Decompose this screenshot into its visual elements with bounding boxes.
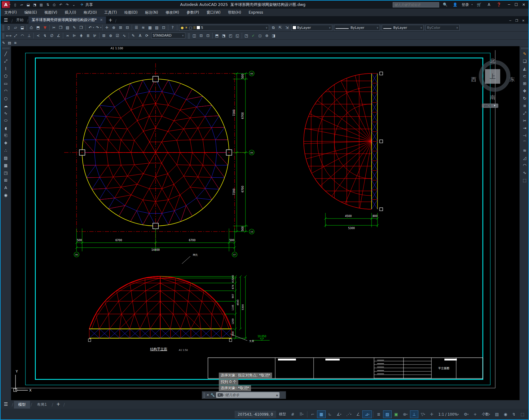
wcs-dropdown-icon[interactable]: ▼ [493, 104, 496, 107]
mirror-icon[interactable]: ◭ [521, 65, 529, 72]
break-icon[interactable]: ⌒ [521, 139, 529, 147]
dock-tools-icon[interactable]: 🔧 [210, 393, 215, 397]
annotation-monitor-icon[interactable]: + [471, 411, 479, 418]
isodraft-icon[interactable]: ⋰▾ [344, 411, 354, 418]
make-block-icon[interactable]: ❖ [2, 139, 10, 147]
menu-item[interactable]: 格式(O) [80, 9, 101, 16]
tab-model[interactable]: 模型 [14, 401, 30, 409]
help-icon[interactable]: ? [169, 25, 176, 31]
gizmo-icon[interactable]: ✛ [428, 411, 436, 418]
print-icon[interactable]: ⎙ [51, 2, 57, 8]
dock-grip[interactable] [203, 393, 205, 398]
autocad-logo-icon[interactable]: A [2, 1, 10, 8]
subtract-icon[interactable]: ⊟ [198, 33, 205, 38]
share-label[interactable]: 共享 [86, 2, 93, 7]
inspect-icon[interactable]: ☑ [114, 33, 121, 38]
mtext-icon[interactable]: A [2, 184, 10, 191]
workspace-icon[interactable]: ⚙▾ [462, 411, 471, 418]
search-input[interactable] [393, 2, 439, 7]
point-icon[interactable]: ∴ [2, 147, 10, 154]
properties-icon[interactable]: ▤ [153, 25, 160, 31]
clean-icon[interactable]: ✓ [250, 33, 257, 38]
tab-close-icon[interactable]: × [100, 18, 103, 22]
layer-control[interactable]: ● ☀ ▢ ⚿ 5∨ [179, 25, 269, 31]
rotate-icon[interactable]: ↻ [521, 95, 529, 102]
toolbar-grip[interactable] [188, 33, 190, 38]
imprint-icon[interactable]: ◳ [243, 33, 250, 38]
move-icon[interactable]: ✥ [521, 87, 529, 95]
fillet-icon[interactable]: ◠ [521, 161, 529, 169]
make-object-layer-current-icon[interactable]: ⧉ [270, 25, 277, 31]
scale-icon[interactable]: ⧈ [521, 102, 529, 109]
polygon-icon[interactable]: ⬠ [2, 72, 10, 80]
compass-up[interactable]: 上 [485, 69, 500, 84]
logo-dropdown-icon[interactable]: ▾ [9, 3, 11, 6]
trim-icon[interactable]: ✂ [521, 117, 529, 124]
dim-jog-line-icon[interactable]: ∿ [121, 33, 128, 38]
dim-edit-icon[interactable]: ✎ [130, 33, 137, 38]
copy-clip-icon[interactable]: ❐ [57, 25, 64, 31]
tolerance-icon[interactable]: ⊞ [100, 33, 107, 38]
zoom-realtime-icon[interactable]: ⊕ [110, 25, 117, 31]
polyline-icon[interactable]: ⌇ [2, 65, 10, 72]
quickcalc-icon[interactable]: ⊡ [160, 25, 167, 31]
dim-ordinate-icon[interactable]: ⊥ [26, 33, 33, 38]
zoom-previous-icon[interactable]: ⊟ [124, 25, 131, 31]
snap-settings-icon[interactable]: ⠿▾ [297, 411, 306, 418]
quick-properties-icon[interactable]: ▤ [493, 411, 501, 418]
search-icon[interactable]: 🔍 [442, 2, 448, 8]
ref-save-icon[interactable]: ▤ [7, 40, 12, 46]
toolbar-grip[interactable] [2, 33, 4, 38]
menu-item[interactable]: 窗口(W) [203, 9, 224, 16]
dim-diameter-icon[interactable]: ∅ [48, 33, 55, 38]
new-layout-button[interactable]: + [54, 401, 63, 408]
menu-item[interactable]: 文件(F) [1, 9, 20, 16]
osnap-3d-icon[interactable]: ⊛▾ [401, 411, 409, 418]
center-mark-icon[interactable]: ⊕ [107, 33, 114, 38]
close-button[interactable]: ✕ [522, 2, 525, 7]
open-icon[interactable]: ▱ [19, 2, 25, 8]
menu-item[interactable]: 视图(V) [41, 9, 61, 16]
layer-previous-icon[interactable]: ⇲ [284, 25, 290, 31]
model-space-toggle[interactable]: 模型 [277, 411, 288, 418]
linetype-control[interactable]: ByLayer∨ [334, 25, 380, 31]
minimize-button[interactable]: ─ [508, 2, 510, 7]
dim-jogged-icon[interactable]: ↯ [42, 33, 48, 38]
annotation-scale[interactable]: 1:1 / 100% ▾ [436, 411, 461, 418]
intersect-icon[interactable]: ⊡ [205, 33, 211, 38]
chamfer-icon[interactable]: ◿ [521, 154, 529, 161]
toolbar-grip[interactable] [521, 47, 528, 49]
shell-icon[interactable]: ◻ [257, 33, 263, 38]
line-icon[interactable]: ╱ [2, 50, 10, 57]
erase-icon[interactable]: ✎ [521, 50, 529, 57]
dim-text-edit-icon[interactable]: A [137, 33, 143, 38]
dropdown-icon[interactable]: ▾ [100, 26, 102, 29]
infer-constraints-icon[interactable]: ⌐ [309, 411, 317, 418]
blend-curves-icon[interactable]: ∿ [521, 169, 529, 176]
undo-icon[interactable]: ↶ [58, 2, 64, 8]
help-icon[interactable]: ❓ [496, 2, 502, 8]
ellipse-arc-icon[interactable]: ◖ [2, 124, 10, 132]
login-label[interactable]: 登录 [461, 2, 469, 7]
osnap-icon[interactable]: ⊿▾ [363, 411, 371, 418]
ref-close-icon[interactable]: ≋ [12, 40, 18, 46]
region-icon[interactable]: ◳ [2, 169, 10, 176]
polar-tracking-icon[interactable]: ∡▾ [334, 411, 343, 418]
dim-space-icon[interactable]: ≣ [85, 33, 91, 38]
offset-faces-icon[interactable]: ◰ [227, 33, 234, 38]
gradient-icon[interactable]: ▦ [2, 161, 10, 169]
redo-icon[interactable]: ↷ [94, 25, 101, 31]
spline-icon[interactable]: ∿ [2, 109, 10, 117]
dock-close-icon[interactable]: ✕ [206, 393, 209, 397]
new-tab-button[interactable]: + [106, 17, 115, 24]
menu-item[interactable]: 绘图(D) [121, 9, 141, 16]
menu-item[interactable]: 工具(T) [101, 9, 121, 16]
plotstyle-control[interactable]: ByColor∨ [425, 25, 460, 31]
pan-icon[interactable]: ✛ [104, 25, 110, 31]
arc-icon[interactable]: ◠ [2, 87, 10, 95]
check-icon[interactable]: ⊛ [263, 33, 270, 38]
save-icon[interactable]: ⬓ [25, 2, 31, 8]
undo-icon[interactable]: ↶ [87, 25, 94, 31]
dim-angular-icon[interactable]: ∠ [55, 33, 62, 38]
cut-icon[interactable]: ✂ [51, 25, 57, 31]
